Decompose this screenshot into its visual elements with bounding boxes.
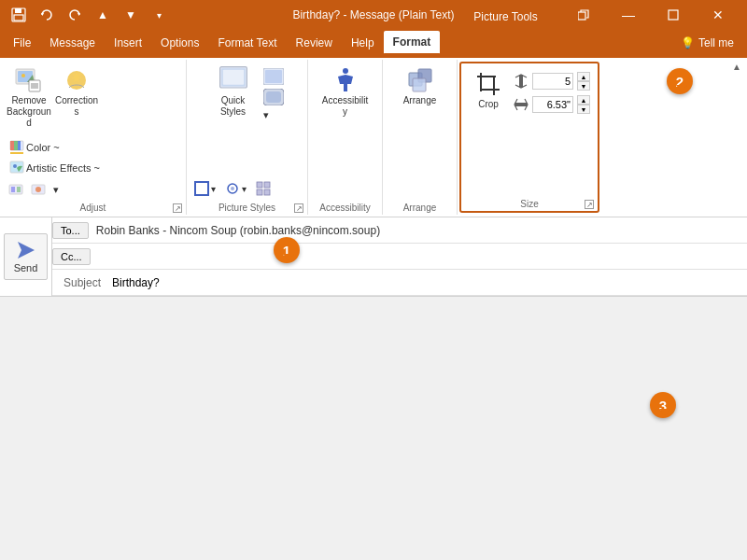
svg-point-9 [21,74,25,77]
menu-format-active[interactable]: Format [384,31,441,55]
email-fields: To... Robin Banks - Nincom Soup (robin.b… [52,217,747,296]
picture-style-btn1[interactable] [261,67,287,86]
picture-style-dropdown-btn[interactable]: ▾ [261,108,287,122]
svg-point-22 [13,164,17,168]
email-header: Send To... Robin Banks - Nincom Soup (ro… [0,217,747,296]
window-title: Birthday? - Message (Plain Text) [292,8,454,21]
accessibility-btn[interactable]: Accessibility [316,63,375,119]
email-compose-area: Send To... Robin Banks - Nincom Soup (ro… [0,217,747,297]
ribbon-group-picture-styles: Quick Styles ▾ ▾ ▾ [187,60,308,215]
svg-rect-18 [14,141,18,150]
maximize-btn[interactable] [652,0,695,30]
arrange-btn[interactable]: Arrange [390,63,450,108]
svg-rect-34 [266,91,281,103]
menu-insert[interactable]: Insert [105,31,151,55]
subject-row: Subject [52,270,747,296]
height-spin[interactable]: ▲ ▼ [577,72,590,91]
svg-rect-35 [195,182,208,195]
picture-style-btn2[interactable] [261,88,287,106]
ribbon-group-arrange: Arrange Arrange [383,60,458,215]
corrections-btn[interactable]: Corrections [56,63,97,119]
adjust-extra-btn3[interactable]: ▾ [50,181,62,198]
height-spin-down[interactable]: ▼ [577,81,590,91]
down-arrow-qat-btn[interactable]: ▼ [120,4,142,26]
adjust-expand-btn[interactable]: ↗ [173,203,182,213]
svg-rect-39 [264,182,270,188]
svg-point-37 [231,187,234,190]
svg-rect-45 [413,78,426,91]
cc-field-row: Cc... [52,244,747,270]
callout-2: 2 [667,68,693,94]
adjust-extra-btn1[interactable] [6,181,26,198]
menu-message[interactable]: Message [40,31,105,55]
undo-qat-btn[interactable] [35,4,58,26]
svg-rect-30 [222,70,243,85]
menu-options[interactable]: Options [151,31,208,55]
width-spin-up[interactable]: ▲ [577,95,590,105]
height-input-row: 5 ▲ ▼ [514,72,590,91]
svg-rect-40 [257,189,262,195]
width-spin-down[interactable]: ▼ [577,105,590,114]
svg-rect-32 [265,70,282,83]
artistic-effects-btn[interactable]: Artistic Effects ~ [6,159,104,177]
svg-rect-41 [264,189,270,195]
width-spin[interactable]: ▲ ▼ [577,95,590,114]
svg-rect-17 [10,141,14,150]
quick-access-toolbar: ▲ ▼ ▾ [7,4,170,26]
picture-layout-btn[interactable] [252,179,275,198]
svg-rect-38 [257,182,262,188]
picture-styles-expand-btn[interactable]: ↗ [294,203,303,213]
cc-btn[interactable]: Cc... [52,248,91,265]
menu-help[interactable]: Help [342,31,384,55]
customize-qat-btn[interactable]: ▾ [148,4,170,26]
height-spin-up[interactable]: ▲ [577,72,590,81]
to-btn[interactable]: To... [52,222,89,239]
color-btn[interactable]: Color ~ [6,138,104,157]
svg-rect-51 [519,75,523,88]
svg-rect-1 [15,8,21,13]
tell-me-field[interactable]: 💡 Tell me [671,31,743,55]
svg-rect-5 [578,12,585,20]
send-btn-area: Send [0,217,52,296]
collapse-ribbon-btn[interactable]: ▲ [730,60,743,73]
callout-1: 1 [274,237,300,263]
minimize-btn[interactable]: — [607,0,650,30]
redo-qat-btn[interactable] [63,4,86,26]
menu-file[interactable]: File [4,31,40,55]
up-arrow-qat-btn[interactable]: ▲ [92,4,114,26]
menu-review[interactable]: Review [287,31,342,55]
cc-input[interactable] [94,250,747,263]
picture-border-btn[interactable]: ▾ [190,179,219,198]
svg-rect-20 [10,152,23,154]
svg-point-27 [35,187,41,192]
window-controls: — ✕ [562,0,740,30]
ribbon-group-accessibility: Accessibility Accessibility [308,60,383,215]
svg-point-42 [343,68,348,74]
quick-styles-btn[interactable]: Quick Styles [208,63,259,119]
remove-background-btn[interactable]: Remove Background [6,63,52,131]
svg-rect-2 [14,15,23,21]
ribbon-group-adjust: Remove Background Corrections [0,60,187,215]
menu-format-text[interactable]: Format Text [208,31,286,55]
ribbon: Remove Background Corrections [0,56,747,217]
picture-tools-label: Picture Tools [464,0,547,33]
ribbon-group-size: Crop 5 ▲ ▼ 6.53" ▲ ▼ [459,62,599,213]
width-input[interactable]: 6.53" [532,96,573,113]
height-input[interactable]: 5 [532,73,573,90]
svg-rect-52 [514,103,528,106]
adjust-extra-btn2[interactable] [28,181,49,198]
save-qat-btn[interactable] [7,4,30,26]
size-expand-btn[interactable]: ↗ [585,200,594,209]
svg-marker-53 [18,242,35,259]
callout-3: 3 [650,392,676,418]
restore-down-btn[interactable] [562,0,605,30]
subject-input[interactable] [108,276,747,289]
svg-rect-25 [17,187,21,192]
send-button[interactable]: Send [4,233,49,280]
email-body[interactable] [0,296,747,297]
to-field-row: To... Robin Banks - Nincom Soup (robin.b… [52,217,747,244]
subject-label: Subject [52,276,108,289]
close-btn[interactable]: ✕ [697,0,740,30]
crop-btn[interactable]: Crop [469,67,508,112]
picture-effects-btn[interactable]: ▾ [221,179,250,198]
